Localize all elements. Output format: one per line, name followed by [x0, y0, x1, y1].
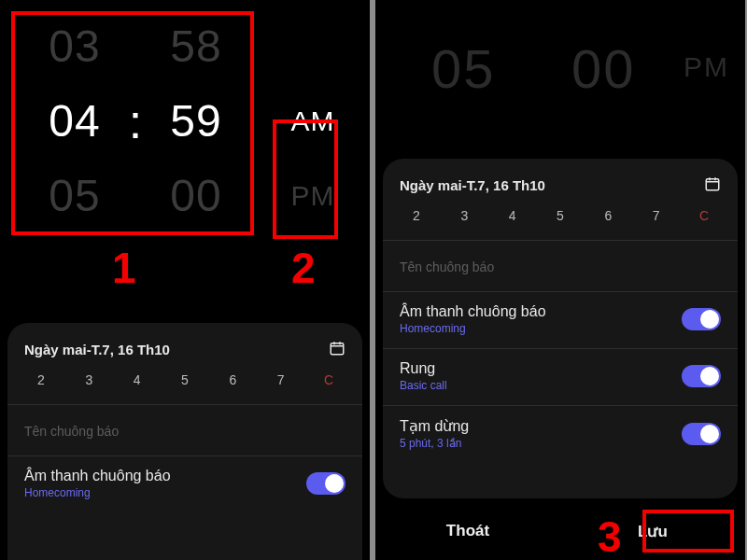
bottom-bar: Thoát Lưu: [375, 502, 745, 560]
day-7[interactable]: 7: [645, 208, 668, 223]
snooze-title: Tạm dừng: [400, 417, 469, 435]
hour-wheel[interactable]: 03 04 05: [28, 9, 121, 233]
vibration-toggle[interactable]: [682, 365, 721, 387]
alarm-sound-title: Âm thanh chuông báo: [24, 468, 171, 484]
minute-value[interactable]: 00: [571, 37, 636, 100]
svg-rect-0: [331, 343, 344, 355]
alarm-sound-row[interactable]: Âm thanh chuông báo Homecoming: [400, 292, 721, 348]
alarm-sound-sub: Homecoming: [24, 486, 171, 499]
week-days[interactable]: 2 3 4 5 6 7 C: [400, 208, 721, 240]
day-7[interactable]: 7: [270, 372, 292, 387]
alarm-settings-card: Ngày mai-T.7, 16 Th10 2 3 4 5 6 7 C Tên …: [383, 159, 738, 498]
day-2[interactable]: 2: [30, 372, 52, 387]
alarm-sound-row[interactable]: Âm thanh chuông báo Homecoming: [24, 456, 345, 512]
hour-next[interactable]: 05: [28, 159, 121, 233]
snooze-sub: 5 phút, 3 lần: [400, 437, 469, 450]
day-5[interactable]: 5: [549, 208, 571, 223]
screenshot-right: 05 00 PM Ngày mai-T.7, 16 Th10 2 3 4 5 6…: [374, 0, 745, 560]
minute-prev[interactable]: 58: [149, 9, 243, 84]
week-days[interactable]: 2 3 4 5 6 7 C: [24, 372, 345, 404]
minute-wheel[interactable]: 58 59 00: [149, 9, 243, 233]
day-5[interactable]: 5: [174, 372, 196, 387]
minute-selected[interactable]: 59: [149, 84, 243, 159]
save-button[interactable]: Lưu: [560, 502, 745, 560]
hour-selected[interactable]: 04: [28, 84, 121, 159]
day-sun[interactable]: C: [693, 208, 715, 223]
day-4[interactable]: 4: [501, 208, 524, 223]
alarm-sound-title: Âm thanh chuông báo: [400, 303, 546, 320]
vibration-title: Rung: [400, 360, 447, 377]
hour-prev[interactable]: 03: [28, 9, 121, 84]
day-3[interactable]: 3: [78, 372, 100, 387]
vibration-row[interactable]: Rung Basic call: [400, 349, 721, 405]
ampm-am[interactable]: AM: [280, 84, 345, 159]
day-6[interactable]: 6: [597, 208, 619, 223]
alarm-settings-card: Ngày mai-T.7, 16 Th10 2 3 4 5 6 7 C Tên …: [7, 323, 362, 560]
time-picker-collapsed[interactable]: 05 00 PM: [375, 9, 745, 149]
alarm-name-field[interactable]: Tên chuông báo: [400, 241, 721, 291]
time-picker[interactable]: 03 04 05 : 58 59 00 AM PM: [9, 9, 370, 233]
time-colon: :: [121, 9, 149, 233]
alarm-sound-sub: Homecoming: [400, 322, 546, 335]
ampm-pm[interactable]: PM: [280, 159, 345, 233]
alarm-sound-toggle[interactable]: [306, 472, 345, 495]
vibration-sub: Basic call: [400, 379, 447, 392]
cancel-button[interactable]: Thoát: [375, 502, 560, 560]
svg-rect-1: [706, 179, 719, 190]
hour-value[interactable]: 05: [431, 37, 496, 100]
day-6[interactable]: 6: [221, 372, 244, 387]
snooze-row[interactable]: Tạm dừng 5 phút, 3 lần: [400, 406, 721, 463]
alarm-date: Ngày mai-T.7, 16 Th10: [24, 342, 170, 357]
calendar-icon[interactable]: [329, 340, 345, 359]
alarm-date: Ngày mai-T.7, 16 Th10: [400, 177, 545, 193]
minute-next[interactable]: 00: [149, 159, 243, 233]
day-sun[interactable]: C: [317, 372, 340, 387]
day-2[interactable]: 2: [405, 208, 428, 223]
calendar-icon[interactable]: [704, 175, 721, 195]
snooze-toggle[interactable]: [682, 423, 721, 445]
day-4[interactable]: 4: [126, 372, 148, 387]
alarm-sound-toggle[interactable]: [682, 308, 721, 330]
ampm-wheel[interactable]: AM PM: [280, 9, 345, 233]
screenshot-left: 03 04 05 : 58 59 00 AM PM Ngày mai-T.7, …: [0, 0, 372, 560]
alarm-name-field[interactable]: Tên chuông báo: [24, 405, 345, 455]
day-3[interactable]: 3: [453, 208, 475, 223]
ampm-value[interactable]: PM: [684, 51, 729, 83]
